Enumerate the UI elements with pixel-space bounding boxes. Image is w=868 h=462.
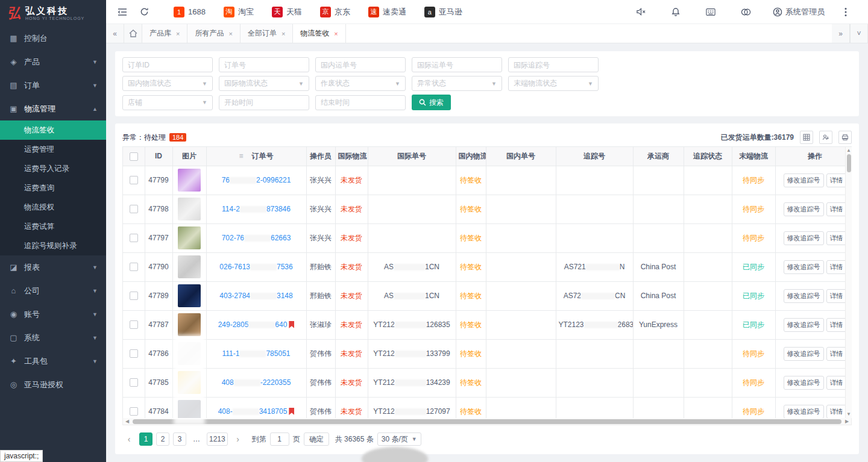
- tab-close-icon[interactable]: ×: [176, 30, 180, 37]
- notification-bell-icon[interactable]: [668, 4, 684, 20]
- platform-link-taobao[interactable]: 淘淘宝: [224, 7, 254, 17]
- apps-grid-icon[interactable]: [703, 4, 719, 20]
- sidebar-subitem-freight-import[interactable]: 运费导入记录: [0, 159, 106, 178]
- order-number-link[interactable]: 026-76137536: [219, 263, 292, 271]
- export-icon[interactable]: [819, 131, 832, 144]
- sidebar-item-system[interactable]: ▢系统▼: [0, 326, 106, 349]
- user-menu[interactable]: 系统管理员: [773, 7, 825, 17]
- filter-input-domestic-waybill[interactable]: [315, 57, 406, 72]
- detail-button[interactable]: 详情: [826, 318, 847, 332]
- tabs-menu-icon[interactable]: ˅: [850, 24, 868, 43]
- order-number-link[interactable]: 111-1785051: [222, 349, 291, 358]
- scroll-up-icon[interactable]: ▲: [846, 147, 852, 154]
- vertical-scrollbar[interactable]: ▲ ▼: [845, 147, 852, 418]
- sort-icon[interactable]: ≡: [239, 152, 243, 160]
- sidebar-subitem-freight-trial[interactable]: 运费试算: [0, 217, 106, 236]
- tab-close-icon[interactable]: ×: [228, 30, 232, 37]
- detail-button[interactable]: 详情: [826, 260, 847, 274]
- row-checkbox[interactable]: [130, 205, 138, 213]
- product-thumbnail[interactable]: [178, 255, 201, 278]
- row-checkbox[interactable]: [130, 263, 138, 271]
- row-checkbox[interactable]: [130, 349, 138, 358]
- edit-tracking-button[interactable]: 修改追踪号: [784, 173, 824, 187]
- order-number-link[interactable]: 408-3418705: [218, 407, 288, 416]
- sidebar-item-toolbox[interactable]: ✦工具包▼: [0, 349, 106, 373]
- edit-tracking-button[interactable]: 修改追踪号: [784, 289, 824, 303]
- platform-link-amazon[interactable]: a亚马逊: [424, 7, 462, 17]
- filter-input-order-id[interactable]: [122, 57, 213, 72]
- select-all-checkbox[interactable]: [130, 152, 138, 161]
- column-settings-icon[interactable]: [800, 131, 813, 144]
- collapse-sidebar-icon[interactable]: [115, 4, 130, 20]
- product-thumbnail[interactable]: [178, 284, 201, 307]
- product-thumbnail[interactable]: [178, 198, 201, 220]
- sidebar-subitem-tracking-rule[interactable]: 追踪号规则补录: [0, 236, 106, 255]
- horizontal-scroll-thumb[interactable]: [133, 419, 841, 424]
- platform-link-1688[interactable]: 11688: [174, 7, 206, 17]
- exception-count-badge[interactable]: 184: [169, 133, 186, 142]
- scroll-right-icon[interactable]: ▶: [843, 419, 851, 424]
- tab-all-products[interactable]: 所有产品×: [187, 24, 240, 43]
- print-icon[interactable]: [838, 131, 852, 144]
- order-number-link[interactable]: 702-7662663: [222, 234, 291, 242]
- filter-select-exception-status[interactable]: 异常状态▼: [412, 76, 502, 91]
- prev-page-button[interactable]: ‹: [122, 432, 136, 446]
- filter-select-domestic-status[interactable]: 国内物流状态▼: [122, 76, 213, 91]
- filter-input-end-time[interactable]: [315, 95, 406, 110]
- platform-link-aliexpress[interactable]: 速速卖通: [368, 7, 406, 17]
- page-button-1213[interactable]: 1213: [207, 432, 228, 446]
- page-ellipsis[interactable]: …: [190, 432, 203, 446]
- page-button-2[interactable]: 2: [156, 432, 169, 446]
- row-checkbox[interactable]: [130, 176, 138, 184]
- home-tab-icon[interactable]: [124, 24, 142, 43]
- detail-button[interactable]: 详情: [826, 289, 847, 303]
- filter-select-endpoint-status[interactable]: 末端物流状态▼: [508, 76, 599, 91]
- sidebar-item-dashboard[interactable]: ▦控制台: [0, 27, 106, 50]
- sidebar-item-report[interactable]: ◪报表▼: [0, 255, 106, 279]
- tab-close-icon[interactable]: ×: [334, 30, 338, 37]
- page-button-3[interactable]: 3: [173, 432, 186, 446]
- detail-button[interactable]: 详情: [826, 173, 847, 187]
- product-thumbnail[interactable]: [178, 169, 201, 192]
- product-thumbnail[interactable]: [178, 342, 201, 365]
- page-size-select[interactable]: 30 条/页 ▼: [377, 432, 421, 446]
- filter-select-shop[interactable]: 店铺▼: [122, 95, 213, 110]
- detail-button[interactable]: 详情: [826, 231, 847, 245]
- tab-logistics-sign[interactable]: 物流签收×: [293, 24, 345, 43]
- platform-link-jd[interactable]: 京京东: [320, 7, 350, 17]
- filter-input-intl-waybill[interactable]: [412, 57, 502, 72]
- tab-all-orders[interactable]: 全部订单×: [241, 24, 293, 43]
- tab-close-icon[interactable]: ×: [281, 30, 285, 37]
- product-thumbnail[interactable]: [178, 400, 201, 418]
- product-thumbnail[interactable]: [178, 313, 201, 336]
- volume-mute-icon[interactable]: [633, 4, 649, 20]
- scroll-down-icon[interactable]: ▼: [846, 411, 852, 418]
- horizontal-scrollbar[interactable]: ◀ ▶: [122, 418, 852, 425]
- edit-tracking-button[interactable]: 修改追踪号: [784, 347, 824, 361]
- sidebar-subitem-freight-query[interactable]: 运费查询: [0, 178, 106, 198]
- product-thumbnail[interactable]: [178, 226, 201, 249]
- detail-button[interactable]: 详情: [826, 347, 847, 361]
- sidebar-item-product[interactable]: ◈产品▼: [0, 50, 106, 73]
- page-button-1[interactable]: 1: [139, 432, 153, 446]
- sidebar-subitem-sign[interactable]: 物流签收: [0, 120, 106, 140]
- edit-tracking-button[interactable]: 修改追踪号: [784, 260, 824, 274]
- filter-input-order-no[interactable]: [219, 57, 309, 72]
- detail-button[interactable]: 详情: [826, 405, 847, 419]
- detail-button[interactable]: 详情: [826, 202, 847, 216]
- goto-page-input[interactable]: [270, 432, 289, 446]
- order-number-link[interactable]: 114-2873846: [222, 205, 291, 213]
- order-number-link[interactable]: 403-27843148: [219, 292, 292, 300]
- search-button[interactable]: 搜索: [412, 95, 451, 110]
- sidebar-item-account[interactable]: ◉账号▼: [0, 302, 106, 326]
- edit-tracking-button[interactable]: 修改追踪号: [784, 405, 824, 419]
- row-checkbox[interactable]: [130, 320, 138, 329]
- sidebar-item-amazon-auth[interactable]: ◎亚马逊授权: [0, 373, 106, 396]
- vertical-scroll-thumb[interactable]: [847, 154, 851, 172]
- order-number-link[interactable]: 762-0996221: [222, 176, 291, 184]
- tabs-scroll-right-icon[interactable]: »: [832, 24, 850, 43]
- refresh-icon[interactable]: [136, 4, 152, 20]
- sidebar-subitem-logistics-auth[interactable]: 物流授权: [0, 198, 106, 217]
- filter-select-void-status[interactable]: 作废状态▼: [315, 76, 406, 91]
- sidebar-item-order[interactable]: ▤订单▼: [0, 73, 106, 97]
